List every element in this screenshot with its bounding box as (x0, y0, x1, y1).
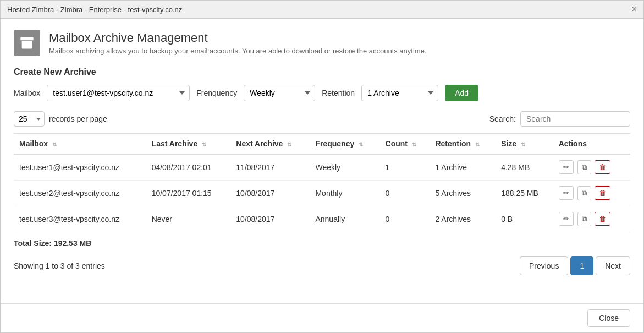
cell-next-archive-0: 11/08/2017 (230, 154, 310, 181)
cell-actions-0: ✏ ⧉ 🗑 (553, 154, 630, 181)
cell-retention-2: 2 Archives (430, 206, 496, 232)
mailbox-label: Mailbox (14, 89, 40, 97)
total-size-value: 192.53 MB (54, 239, 91, 248)
edit-button-2[interactable]: ✏ (559, 212, 574, 226)
create-form: Mailbox test.user1@test-vpscity.co.nz te… (14, 85, 630, 101)
next-button[interactable]: Next (596, 256, 630, 275)
search-input[interactable] (520, 111, 630, 127)
archive-icon (14, 30, 40, 56)
cell-size-1: 188.25 MB (496, 181, 553, 206)
table-header-row: Mailbox ⇅ Last Archive ⇅ Next Archive ⇅ … (14, 134, 630, 155)
sort-icon-frequency[interactable]: ⇅ (359, 141, 363, 148)
col-retention: Retention ⇅ (430, 134, 496, 155)
data-table: Mailbox ⇅ Last Archive ⇅ Next Archive ⇅ … (14, 133, 630, 232)
col-size: Size ⇅ (496, 134, 553, 155)
cell-retention-0: 1 Archive (430, 154, 496, 181)
cell-actions-2: ✏ ⧉ 🗑 (553, 206, 630, 232)
mailbox-select[interactable]: test.user1@test-vpscity.co.nz test.user2… (47, 85, 190, 101)
showing-text: Showing 1 to 3 of 3 entries (14, 261, 105, 270)
frequency-select[interactable]: Daily Weekly Monthly Annually (244, 85, 315, 101)
cell-size-2: 0 B (496, 206, 553, 232)
cell-next-archive-1: 10/08/2017 (230, 181, 310, 206)
cell-next-archive-2: 10/08/2017 (230, 206, 310, 232)
cell-frequency-1: Monthly (310, 181, 379, 206)
create-section-title: Create New Archive (14, 67, 630, 77)
sort-icon-retention[interactable]: ⇅ (475, 141, 480, 148)
svg-rect-0 (20, 37, 33, 41)
records-per-page-label: records per page (49, 114, 107, 123)
copy-button-0[interactable]: ⧉ (577, 160, 591, 174)
cell-frequency-2: Annually (310, 206, 379, 232)
delete-button-0[interactable]: 🗑 (595, 160, 610, 174)
col-count: Count ⇅ (380, 134, 430, 155)
cell-size-0: 4.28 MB (496, 154, 553, 181)
search-label: Search: (489, 114, 516, 123)
page-header: Mailbox Archive Management Mailbox archi… (14, 30, 630, 56)
close-button[interactable]: Close (587, 309, 630, 327)
cell-count-0: 1 (380, 154, 430, 181)
cell-last-archive-2: Never (146, 206, 231, 232)
delete-button-2[interactable]: 🗑 (595, 212, 610, 226)
sort-icon-mailbox[interactable]: ⇅ (52, 141, 57, 148)
edit-button-0[interactable]: ✏ (559, 160, 574, 174)
main-content: Mailbox Archive Management Mailbox archi… (1, 19, 643, 303)
add-button[interactable]: Add (445, 85, 478, 101)
bottom-bar: Close (1, 303, 643, 332)
copy-button-2[interactable]: ⧉ (577, 212, 591, 226)
sort-icon-count[interactable]: ⇅ (412, 141, 416, 148)
sort-icon-next-archive[interactable]: ⇅ (287, 141, 291, 148)
col-next-archive: Next Archive ⇅ (230, 134, 310, 155)
titlebar: Hosted Zimbra - Zimbra - Enterprise - te… (1, 1, 643, 19)
cell-retention-1: 5 Archives (430, 181, 496, 206)
col-frequency: Frequency ⇅ (310, 134, 379, 155)
table-row: test.user1@test-vpscity.co.nz 04/08/2017… (14, 154, 630, 181)
retention-select[interactable]: 1 Archive 2 Archives 3 Archives 5 Archiv… (361, 85, 438, 101)
cell-count-2: 0 (380, 206, 430, 232)
previous-button[interactable]: Previous (520, 256, 568, 275)
cell-last-archive-1: 10/07/2017 01:15 (146, 181, 231, 206)
cell-mailbox-0: test.user1@test-vpscity.co.nz (14, 154, 146, 181)
total-size-label: Total Size: (14, 239, 52, 248)
copy-button-1[interactable]: ⧉ (577, 186, 591, 200)
col-actions: Actions (553, 134, 630, 155)
col-last-archive: Last Archive ⇅ (146, 134, 231, 155)
window-title: Hosted Zimbra - Zimbra - Enterprise - te… (7, 6, 182, 14)
pagination: Previous 1 Next (520, 256, 630, 275)
titlebar-close-button[interactable]: × (632, 5, 637, 14)
table-row: test.user2@test-vpscity.co.nz 10/07/2017… (14, 181, 630, 206)
total-size: Total Size: 192.53 MB (14, 239, 630, 248)
records-per-page-select[interactable]: 10 25 50 100 (14, 111, 45, 127)
page-1-button[interactable]: 1 (570, 256, 593, 275)
col-mailbox: Mailbox ⇅ (14, 134, 146, 155)
table-row: test.user3@test-vpscity.co.nz Never 10/0… (14, 206, 630, 232)
cell-mailbox-1: test.user2@test-vpscity.co.nz (14, 181, 146, 206)
cell-count-1: 0 (380, 181, 430, 206)
title-group: Mailbox Archive Management Mailbox archi… (49, 31, 427, 55)
sort-icon-size[interactable]: ⇅ (521, 141, 525, 148)
table-controls: 10 25 50 100 records per page Search: (14, 111, 630, 127)
retention-label: Retention (322, 89, 355, 97)
delete-button-1[interactable]: 🗑 (595, 186, 610, 200)
frequency-label: Frenquency (196, 89, 237, 97)
main-window: Hosted Zimbra - Zimbra - Enterprise - te… (0, 0, 644, 333)
sort-icon-last-archive[interactable]: ⇅ (202, 141, 206, 148)
footer-row: Showing 1 to 3 of 3 entries Previous 1 N… (14, 256, 630, 275)
page-title: Mailbox Archive Management (49, 31, 427, 45)
cell-mailbox-2: test.user3@test-vpscity.co.nz (14, 206, 146, 232)
page-subtitle: Mailbox archiving allows you to backup y… (49, 47, 427, 55)
cell-actions-1: ✏ ⧉ 🗑 (553, 181, 630, 206)
cell-last-archive-0: 04/08/2017 02:01 (146, 154, 231, 181)
cell-frequency-0: Weekly (310, 154, 379, 181)
table-controls-right: Search: (489, 111, 630, 127)
table-controls-left: 10 25 50 100 records per page (14, 111, 107, 127)
edit-button-1[interactable]: ✏ (559, 186, 574, 200)
